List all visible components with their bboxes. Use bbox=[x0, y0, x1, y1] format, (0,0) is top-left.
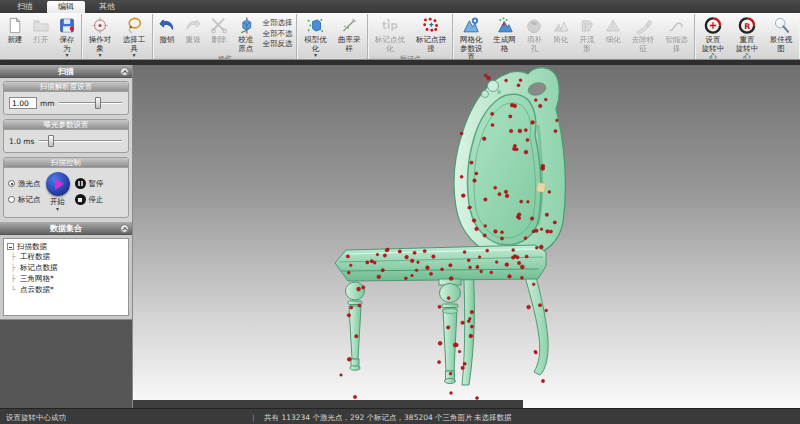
ribbon-toolbar: 新建打开保存为▾文件操作对象▾选择工具▾模式撤销重做删除校准原点全部选择全部不选… bbox=[0, 13, 800, 60]
tree-item[interactable]: 点云数据* bbox=[7, 285, 125, 296]
marker-optimize-button: tip标记点优化 bbox=[369, 14, 410, 53]
model-optimize-button[interactable]: 模型优化▾ bbox=[298, 14, 332, 57]
remove-features-icon bbox=[633, 16, 653, 35]
ribbon-group-operation: 撤销重做删除校准原点全部选择全部不选全部反选操作 bbox=[153, 14, 298, 59]
radio-laser-point-label: 激光点 bbox=[18, 179, 41, 189]
radio-marker-point-label: 标记点 bbox=[18, 195, 41, 205]
scan-control-groupbox: 扫描控制 激光点 标记点 bbox=[3, 157, 129, 218]
ribbon-button-label: 网格化 参数设置 bbox=[457, 36, 484, 60]
exposure-slider[interactable] bbox=[38, 135, 123, 147]
resolution-groupbox: 扫描解析度设置 mm bbox=[3, 81, 129, 115]
resolution-unit-label: mm bbox=[40, 99, 55, 108]
simplify-icon bbox=[551, 16, 571, 35]
model-optimize-icon bbox=[305, 16, 325, 35]
tree-item[interactable]: 工程数据 bbox=[7, 252, 125, 263]
generate-mesh-icon bbox=[495, 16, 515, 35]
start-scan-button[interactable] bbox=[46, 172, 70, 196]
resolution-input[interactable] bbox=[9, 97, 37, 109]
manifold-icon bbox=[577, 16, 597, 35]
tree-root-node[interactable]: 扫描数据 bbox=[7, 241, 125, 252]
dropdown-caret-icon[interactable]: ▾ bbox=[65, 53, 68, 57]
ribbon-button-label: 打开 bbox=[34, 36, 49, 45]
radio-marker-point[interactable]: 标记点 bbox=[8, 195, 41, 205]
select-tool-button[interactable]: 选择工具▾ bbox=[117, 14, 151, 57]
tab-edit[interactable]: 编辑 bbox=[47, 1, 85, 13]
dropdown-caret-icon[interactable]: ▾ bbox=[132, 53, 135, 57]
fill-holes-icon bbox=[524, 16, 544, 35]
mesh-params-button[interactable]: 网格化 参数设置 bbox=[454, 14, 487, 60]
undo-button[interactable]: 撤销 bbox=[154, 14, 180, 53]
ribbon-group-file: 新建打开保存为▾文件 bbox=[1, 14, 82, 59]
open-manifold-button: 开流形 bbox=[574, 14, 601, 60]
ribbon-button-label: 撤销 bbox=[159, 36, 174, 45]
scan-control-title: 扫描控制 bbox=[4, 158, 128, 168]
undo-icon bbox=[157, 16, 177, 35]
tab-scan[interactable]: 扫描 bbox=[6, 1, 44, 13]
new-button[interactable]: 新建 bbox=[2, 14, 28, 57]
dropdown-caret-icon[interactable]: ▾ bbox=[56, 207, 59, 211]
tree-item[interactable]: 三角网格* bbox=[7, 274, 125, 285]
status-counts: 共有 113234 个激光点，292 个标记点，385204 个三角面片 bbox=[264, 413, 473, 423]
collapse-chevron-icon[interactable] bbox=[120, 67, 129, 76]
target-icon bbox=[90, 16, 110, 35]
refine-button: 细化 bbox=[600, 14, 626, 60]
ribbon-button-label: 曲率采样 bbox=[335, 36, 363, 53]
tab-other[interactable]: 其他 bbox=[88, 1, 126, 13]
3d-viewport[interactable] bbox=[133, 65, 800, 408]
pause-scan-button[interactable]: 暂停 bbox=[75, 178, 104, 189]
select-all-button[interactable]: 全部选择 bbox=[262, 19, 292, 27]
tip-logo-icon: tip bbox=[380, 16, 400, 35]
radio-dot-icon bbox=[8, 196, 15, 203]
ribbon-button-label: 去除特征 bbox=[629, 36, 656, 53]
set-rotate-center-button[interactable]: 设置 旋转中心 bbox=[696, 14, 730, 60]
save-as-button[interactable]: 保存为▾ bbox=[54, 14, 80, 57]
tree-expander-icon[interactable] bbox=[7, 243, 14, 250]
ribbon-button-label: 简化 bbox=[553, 36, 568, 45]
new-file-icon bbox=[5, 16, 25, 35]
operate-object-button[interactable]: 操作对象▾ bbox=[83, 14, 117, 57]
ribbon-tab-bar: 扫描编辑其他 bbox=[0, 0, 800, 13]
ribbon-group-mode: 操作对象▾选择工具▾模式 bbox=[82, 14, 153, 59]
best-view-button[interactable]: 最佳视图 bbox=[764, 14, 798, 60]
status-message: 设置旋转中心成功 bbox=[6, 413, 66, 423]
curvature-sample-icon bbox=[339, 16, 359, 35]
generate-mesh-button[interactable]: 生成网格 bbox=[488, 14, 521, 60]
select-none-button[interactable]: 全部不选 bbox=[262, 30, 292, 38]
calibrate-origin-button[interactable]: 校准原点 bbox=[232, 14, 260, 53]
pause-icon bbox=[75, 178, 86, 189]
scan-panel-header: 扫描 bbox=[0, 65, 132, 78]
exposure-groupbox: 曝光参数设置 1.0 ms bbox=[3, 119, 129, 153]
stop-button-label: 停止 bbox=[89, 195, 104, 205]
scan-gap-patch bbox=[536, 182, 545, 192]
marker-stitch-button[interactable]: 标记点拼接 bbox=[410, 14, 451, 53]
ribbon-button-label: 开流形 bbox=[577, 36, 598, 53]
ribbon-button-label: 最佳视图 bbox=[767, 36, 795, 53]
stop-icon bbox=[75, 194, 86, 205]
scan-panel-body: 扫描解析度设置 mm 曝光参数设置 1.0 ms bbox=[0, 78, 132, 222]
remove-features-button: 去除特征 bbox=[626, 14, 659, 60]
fill-holes-button: 填补孔 bbox=[521, 14, 548, 60]
ribbon-button-label: 填补孔 bbox=[524, 36, 545, 53]
main-area: 扫描 扫描解析度设置 mm 曝光参数设置 bbox=[0, 65, 800, 408]
select-invert-button[interactable]: 全部反选 bbox=[262, 40, 292, 48]
curvature-sample-button[interactable]: 曲率采样 bbox=[332, 14, 366, 57]
exposure-group-title: 曝光参数设置 bbox=[4, 120, 128, 130]
slider-track bbox=[59, 102, 122, 103]
status-separator: | bbox=[252, 413, 255, 422]
mesh-params-icon bbox=[461, 16, 481, 35]
collapse-chevron-icon[interactable] bbox=[120, 224, 129, 233]
ribbon-button-label: 标记点优化 bbox=[372, 36, 407, 53]
tree-item[interactable]: 标记点数据 bbox=[7, 263, 125, 274]
dropdown-caret-icon[interactable]: ▾ bbox=[314, 53, 317, 57]
radio-laser-point[interactable]: 激光点 bbox=[8, 179, 41, 189]
scissors-icon bbox=[209, 16, 229, 35]
slider-thumb[interactable] bbox=[48, 135, 54, 147]
resolution-slider[interactable] bbox=[58, 97, 123, 109]
dropdown-caret-icon[interactable]: ▾ bbox=[98, 53, 101, 57]
redo-button: 重做 bbox=[180, 14, 206, 53]
lasso-icon bbox=[124, 16, 144, 35]
slider-thumb[interactable] bbox=[95, 97, 101, 109]
reset-rotate-center-button[interactable]: R重置 旋转中心 bbox=[730, 14, 764, 60]
data-panel-header: 数据集合 bbox=[0, 222, 132, 235]
stop-scan-button[interactable]: 停止 bbox=[75, 194, 104, 205]
